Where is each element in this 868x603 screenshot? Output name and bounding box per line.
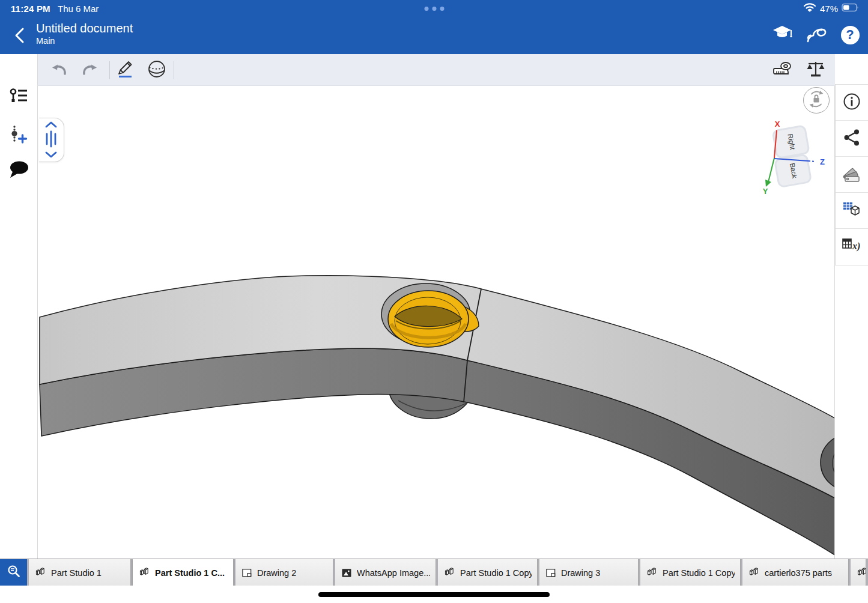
status-time: 11:24 PM: [11, 4, 50, 14]
part-studio-icon: [34, 566, 47, 579]
mass-properties-button[interactable]: [806, 61, 826, 80]
sphere-tool-icon: [147, 59, 166, 81]
tab-label: cartierlo375 parts: [765, 568, 832, 578]
tab-label: Part Studio 1 Copy...: [460, 568, 532, 578]
battery-icon: [842, 3, 860, 14]
variables-glyph: x): [852, 241, 860, 252]
view-rotation-lock-button[interactable]: [803, 87, 830, 114]
document-tab[interactable]: Part Studio 1 C...: [133, 559, 234, 586]
graphics-viewport[interactable]: Right Back X Y Z: [37, 86, 835, 559]
model-view: Right Back X Y Z: [38, 86, 835, 559]
insert-feature-icon: [9, 125, 28, 148]
follow-mode-button[interactable]: [804, 22, 828, 48]
tab-label: Part Studio 1 Copy...: [663, 568, 735, 578]
part-studio-icon: [443, 566, 456, 579]
view-cube[interactable]: Right Back X Y Z: [763, 120, 825, 196]
insert-feature-button[interactable]: [7, 124, 31, 148]
axis-x-label: X: [775, 120, 780, 129]
multitask-indicator[interactable]: [424, 7, 444, 11]
tab-label: Drawing 3: [561, 568, 600, 578]
chevron-down-icon: [46, 153, 56, 157]
document-tab[interactable]: Part Studio 1 Copy...: [640, 559, 741, 586]
search-tabs-icon: [6, 564, 22, 582]
nav-bar: Untitled document Main ?: [0, 17, 868, 54]
part-studio-icon: [646, 566, 658, 579]
drawing-icon: [545, 567, 557, 579]
drawing-icon: [241, 567, 253, 579]
configuration-table-cube-icon: [842, 201, 861, 221]
follow-mode-icon: [806, 24, 827, 46]
feature-toolbar: [37, 54, 835, 86]
document-tab[interactable]: Part Studio 1: [29, 559, 131, 586]
help-icon: ?: [841, 26, 860, 44]
share-button[interactable]: [836, 121, 868, 157]
wifi-icon: [803, 2, 816, 14]
left-sidebar: [0, 54, 37, 559]
variables-button[interactable]: x): [836, 229, 868, 265]
feature-list-button[interactable]: [7, 86, 31, 110]
measure-button[interactable]: [773, 61, 794, 80]
battery-percent: 47%: [820, 4, 838, 14]
document-tab-bar: Part Studio 1Part Studio 1 C...Drawing 2…: [0, 559, 868, 586]
document-tab[interactable]: Part Studio 1 Copy...: [438, 559, 538, 586]
document-tab[interactable]: [851, 559, 866, 586]
document-tab[interactable]: Drawing 2: [235, 559, 333, 586]
part-studio-icon: [856, 566, 866, 579]
feature-list-icon: [9, 88, 28, 108]
configurations-button[interactable]: [836, 193, 868, 229]
tab-label: Drawing 2: [257, 568, 296, 578]
variables-table-icon: x): [842, 237, 862, 257]
status-date: Thu 6 Mar: [58, 4, 99, 14]
learning-center-button[interactable]: [771, 22, 795, 48]
part-studio-icon: [748, 566, 760, 579]
undo-icon: [50, 61, 68, 79]
appearances-button[interactable]: [836, 157, 868, 193]
document-titles: Untitled document Main: [36, 21, 133, 46]
tab-label: Part Studio 1 C...: [155, 568, 225, 578]
info-panel-button[interactable]: [836, 85, 868, 121]
comments-button[interactable]: [7, 159, 31, 183]
workspace-name: Main: [36, 35, 133, 46]
axis-y-label: Y: [763, 187, 768, 196]
sketch-tool-button[interactable]: [115, 61, 135, 80]
redo-button[interactable]: [80, 61, 100, 80]
comment-icon: [8, 160, 29, 182]
document-title: Untitled document: [36, 21, 133, 35]
undo-button[interactable]: [49, 61, 69, 80]
graduation-cap-icon: [772, 25, 793, 45]
status-bar: 11:24 PM Thu 6 Mar 47%: [0, 0, 868, 17]
info-icon: [843, 92, 861, 113]
redo-icon: [81, 61, 99, 79]
share-icon: [843, 129, 861, 149]
part-studio-icon: [138, 566, 151, 579]
tab-search-button[interactable]: [0, 559, 27, 586]
mass-properties-scale-icon: [806, 60, 825, 80]
chevron-up-icon: [46, 123, 56, 127]
home-indicator[interactable]: [318, 592, 550, 597]
measure-tape-icon: [773, 60, 794, 80]
image-icon: [341, 567, 353, 579]
color-swatches-icon: [842, 165, 861, 185]
onshape-app: 11:24 PM Thu 6 Mar 47% Untitled document…: [0, 0, 868, 603]
toolbar-divider: [109, 61, 110, 79]
rotation-lock-icon: [806, 89, 827, 112]
document-tab[interactable]: Drawing 3: [539, 559, 639, 586]
help-button[interactable]: ?: [838, 22, 862, 48]
right-sidebar: x): [835, 54, 868, 559]
document-tab[interactable]: cartierlo375 parts: [742, 559, 849, 586]
sphere-tool-button[interactable]: [147, 61, 167, 80]
feature-drawer-handle[interactable]: [39, 118, 64, 162]
app-header: 11:24 PM Thu 6 Mar 47% Untitled document…: [0, 0, 868, 54]
toolbar-divider: [174, 61, 174, 79]
tab-label: WhatsApp Image...: [357, 568, 430, 578]
back-button[interactable]: [10, 25, 30, 46]
sketch-pencil-icon: [115, 59, 135, 81]
axis-z-label: Z: [820, 157, 825, 166]
document-tab[interactable]: WhatsApp Image...: [335, 559, 436, 586]
tab-label: Part Studio 1: [51, 568, 102, 578]
